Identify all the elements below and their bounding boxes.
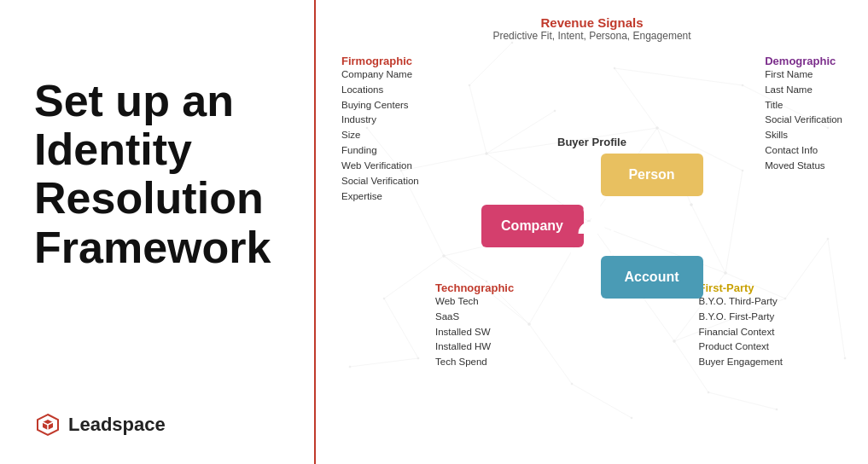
leadspace-logo-icon — [34, 411, 61, 438]
demographic-item-contact-info: Contact Info — [765, 143, 842, 159]
diagram-area: Firmographic Company Name Locations Buyi… — [333, 46, 851, 387]
demographic-item-moved-status: Moved Status — [765, 159, 842, 174]
person-box: Person — [601, 154, 703, 196]
demographic-category: Demographic First Name Last Name Title S… — [765, 55, 842, 174]
left-panel: Set up an Identity Resolution Framework … — [0, 0, 316, 464]
company-box: Company — [481, 205, 584, 247]
revenue-signals-section: Revenue Signals Predictive Fit, Intent, … — [333, 15, 851, 42]
firmographic-item-buying-centers: Buying Centers — [341, 98, 419, 113]
demographic-item-social-verification: Social Verification — [765, 113, 842, 128]
revenue-signals-title: Revenue Signals — [333, 15, 851, 30]
firmographic-item-locations: Locations — [341, 83, 419, 98]
first-party-item-financial: Financial Context — [699, 325, 783, 340]
first-party-item-product: Product Context — [699, 339, 783, 355]
firmographic-title: Firmographic — [341, 55, 419, 67]
demographic-item-last-name: Last Name — [765, 83, 842, 98]
firmographic-item-company-name: Company Name — [341, 67, 419, 83]
technographic-item-installed-hw: Installed HW — [435, 339, 514, 355]
svg-point-63 — [584, 201, 601, 218]
firmographic-item-expertise: Expertise — [341, 189, 419, 205]
technographic-item-saas: SaaS — [435, 310, 514, 325]
demographic-item-skills: Skills — [765, 128, 842, 143]
firmographic-item-social-verification: Social Verification — [341, 174, 419, 189]
technographic-item-tech-spend: Tech Spend — [435, 355, 514, 370]
firmographic-category: Firmographic Company Name Locations Buyi… — [341, 55, 419, 204]
person-icon-center — [572, 198, 613, 249]
firmographic-item-industry: Industry — [341, 113, 419, 128]
right-panel: Revenue Signals Predictive Fit, Intent, … — [316, 0, 868, 464]
first-party-item-buyer-engagement: Buyer Engagement — [699, 355, 783, 370]
demographic-title: Demographic — [765, 55, 842, 67]
technographic-item-installed-sw: Installed SW — [435, 325, 514, 340]
logo-text: Leadspace — [68, 414, 166, 436]
content-overlay: Revenue Signals Predictive Fit, Intent, … — [316, 0, 868, 464]
firmographic-item-web-verification: Web Verification — [341, 159, 419, 174]
firmographic-item-funding: Funding — [341, 143, 419, 159]
logo-area: Leadspace — [34, 411, 288, 438]
revenue-signals-subtitle: Predictive Fit, Intent, Persona, Engagem… — [333, 30, 851, 42]
demographic-item-title: Title — [765, 98, 842, 113]
buyer-profile-label: Buyer Profile — [557, 136, 626, 148]
center-diagram: Buyer Profile Person Account Company — [473, 123, 712, 310]
diagram-boxes: Person Account Company — [481, 154, 703, 299]
first-party-item-byo-first: B.Y.O. First-Party — [699, 310, 783, 325]
demographic-item-first-name: First Name — [765, 67, 842, 83]
firmographic-item-size: Size — [341, 128, 419, 143]
main-title: Set up an Identity Resolution Framework — [34, 77, 288, 272]
account-box: Account — [601, 256, 703, 299]
